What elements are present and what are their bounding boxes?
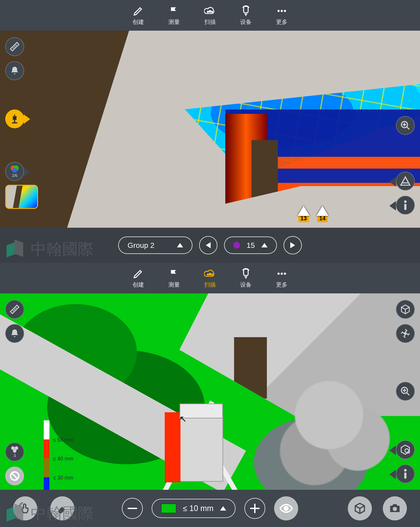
svg-point-0 [209, 11, 211, 12]
alerts-button[interactable] [5, 324, 24, 343]
points-button[interactable]: 3 [5, 442, 24, 461]
toolbar-create-label: 创建 [133, 18, 144, 26]
toolbar-more[interactable]: 更多 [276, 268, 288, 289]
orbit-button[interactable] [396, 324, 415, 343]
right-tool-stack-lower [396, 440, 415, 483]
layers-button[interactable]: 2/6 [5, 162, 24, 181]
svg-point-27 [404, 333, 406, 335]
range-selector[interactable]: ≤ 10 mm [152, 499, 236, 518]
zoom-button[interactable] [396, 116, 415, 135]
svg-point-29 [405, 449, 409, 452]
ruler-button[interactable] [5, 37, 24, 56]
layers-icon [10, 165, 19, 173]
pencil-icon [132, 5, 144, 17]
chevron-up-icon [262, 243, 268, 247]
svg-rect-14 [404, 204, 406, 210]
toolbar-more[interactable]: 更多 [276, 5, 288, 26]
scene-hallway: 13 14 [0, 31, 420, 228]
station-icon [10, 114, 20, 124]
range-swatch [161, 504, 176, 513]
svg-point-32 [284, 506, 288, 510]
marker-triangle-icon [297, 206, 310, 216]
camera-icon [388, 503, 401, 514]
left-tool-stack [5, 300, 24, 343]
cube-icon [400, 304, 410, 315]
increase-button[interactable] [244, 498, 265, 519]
toolbar-scan[interactable]: 扫描 [204, 5, 216, 26]
flag-icon [168, 268, 180, 280]
deviation-legend: ≤ 50 mm ≤ 40 mm ≤ 30 mm ≤ 20 mm ≤ 10 mm … [44, 420, 73, 490]
next-button[interactable] [284, 236, 302, 254]
scan-pointcloud [271, 368, 416, 486]
viewport-3d[interactable]: ↖ ≤ 50 mm ≤ 40 mm ≤ 30 mm ≤ 20 m [0, 293, 420, 490]
toolbar-measure-label: 测量 [168, 18, 180, 26]
tap-icon [19, 502, 32, 515]
footer-nav: Group 2 15 [0, 228, 420, 263]
model-button[interactable] [348, 496, 372, 520]
svg-point-21 [284, 273, 286, 275]
prev-button[interactable] [199, 236, 217, 254]
toolbar-device[interactable]: 设备 [240, 268, 252, 289]
ruler-icon [9, 304, 20, 315]
view-cube-button[interactable] [396, 300, 415, 319]
more-icon [276, 5, 288, 17]
ruler-button[interactable] [5, 300, 24, 319]
zoom-button[interactable] [396, 382, 415, 401]
footer-controls: ≤ 10 mm [0, 490, 420, 527]
status-dot-icon [233, 242, 240, 249]
station-button[interactable] [5, 110, 24, 128]
scan-marker-14[interactable]: 14 [316, 206, 329, 222]
toolbar-device[interactable]: 设备 [240, 5, 252, 26]
warnings-button[interactable] [396, 172, 415, 190]
scan-number-selector[interactable]: 15 [224, 236, 277, 254]
svg-point-15 [209, 273, 211, 275]
left-tool-stack [5, 37, 24, 80]
toolbar-create[interactable]: 创建 [132, 5, 144, 26]
panel-scan-view: 创建 测量 扫描 设备 更多 [0, 0, 420, 263]
toolbar-scan-label: 扫描 [204, 18, 216, 26]
cube-outline-icon [354, 502, 366, 515]
left-tool-stack-lower: 3 [5, 442, 24, 485]
info-button[interactable] [396, 464, 415, 483]
legend-ticks: ≤ 50 mm ≤ 40 mm ≤ 30 mm ≤ 20 mm ≤ 10 mm … [53, 420, 73, 490]
svg-rect-18 [244, 269, 248, 275]
more-icon [276, 268, 288, 280]
svg-point-2 [211, 11, 213, 12]
toolbar-measure-label: 测量 [168, 281, 180, 289]
no-entry-icon [9, 471, 20, 482]
plus-icon [250, 504, 260, 513]
group-selector[interactable]: Group 2 [118, 236, 192, 254]
toolbar-device-label: 设备 [240, 18, 252, 26]
camera-button[interactable] [383, 496, 407, 520]
device-icon [240, 5, 252, 17]
warning-triangle-icon [400, 176, 411, 187]
decrease-button[interactable] [122, 498, 143, 519]
eraser-button[interactable] [50, 496, 74, 520]
magnifier-icon [400, 386, 410, 396]
info-button[interactable] [396, 196, 415, 215]
points-count: 3 [14, 453, 16, 458]
disabled-button[interactable] [5, 467, 24, 485]
svg-point-4 [277, 10, 280, 12]
visibility-button[interactable] [274, 496, 298, 520]
range-label: ≤ 10 mm [183, 504, 213, 513]
toolbar-scan-active[interactable]: 扫描 [204, 268, 216, 289]
svg-point-33 [393, 507, 397, 511]
toolbar-measure[interactable]: 测量 [168, 5, 180, 26]
legend-colorbar [44, 420, 49, 490]
svg-rect-3 [244, 6, 248, 13]
scan-thumbnail[interactable] [5, 185, 38, 209]
bell-icon [10, 66, 20, 76]
touch-mode-button[interactable] [13, 496, 37, 520]
cube-search-icon [400, 444, 411, 455]
box-search-button[interactable] [396, 440, 415, 459]
scan-marker-13[interactable]: 13 [297, 206, 310, 222]
toolbar-create[interactable]: 创建 [132, 268, 144, 289]
info-icon [403, 200, 408, 210]
svg-point-5 [281, 10, 283, 12]
viewport-3d[interactable]: 13 14 [0, 31, 420, 228]
toolbar-measure[interactable]: 测量 [168, 268, 180, 289]
alerts-button[interactable] [5, 61, 24, 80]
device-icon [240, 268, 252, 280]
chevron-up-icon [220, 506, 226, 511]
